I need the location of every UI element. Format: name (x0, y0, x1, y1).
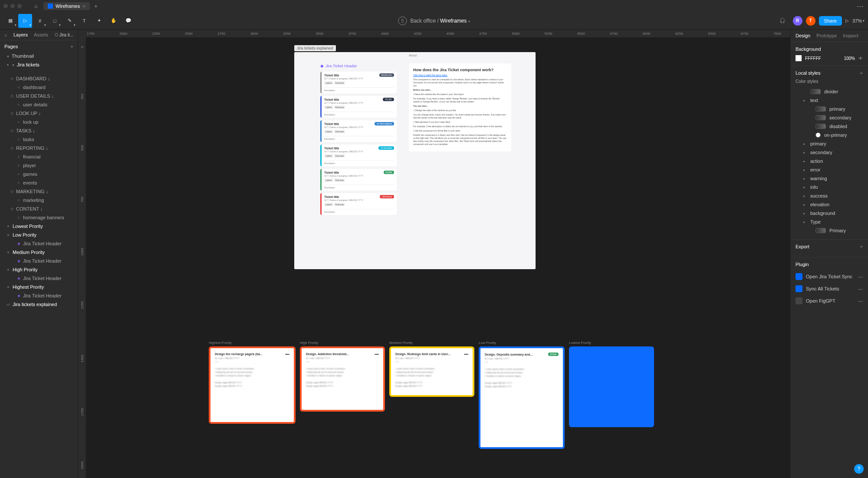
layer-item[interactable]: ◇REPORTING ↓ (0, 144, 78, 152)
add-tab-button[interactable]: + (92, 3, 100, 10)
layer-item[interactable]: ≡High Prority (0, 265, 78, 274)
layer-item[interactable]: ◇DASHBOARD ↓ (0, 74, 78, 83)
ticket-card[interactable]: Ticket titleDONE ID-? | Name of assignee… (320, 169, 397, 191)
hand-tool[interactable]: ✋ (107, 14, 121, 28)
add-page-button[interactable]: + (71, 44, 73, 49)
priority-card[interactable]: Design the recharge page/s (ba... ID • u… (212, 350, 292, 390)
style-item[interactable]: ▸ background (796, 209, 863, 218)
layer-item[interactable]: ≡Lowest Prority (0, 222, 78, 231)
priority-card[interactable]: Design. Redesign limit cards in User... … (393, 350, 471, 390)
priority-label[interactable]: Lowest Prority (569, 341, 654, 345)
layer-item[interactable]: ◇TASKS ↓ (0, 126, 78, 135)
move-tool[interactable]: ▷▾ (18, 14, 32, 28)
page-item[interactable]: ●Thumbnail (4, 52, 73, 60)
layer-item[interactable]: ○financial (0, 152, 78, 161)
priority-label[interactable]: High Prority (300, 341, 385, 345)
layer-item[interactable]: ○look up (0, 118, 78, 126)
style-item[interactable]: primary (796, 105, 863, 113)
visible-icon[interactable]: 👁 (858, 56, 863, 61)
breadcrumb-root[interactable]: Back office (410, 18, 435, 24)
layer-item[interactable]: ◈Jira Ticket Header (0, 257, 78, 265)
close-icon[interactable]: × (82, 3, 85, 9)
layer-item[interactable]: ○tasks (0, 135, 78, 144)
share-button[interactable]: Share (819, 16, 842, 26)
tab-layers[interactable]: Layers (13, 32, 28, 37)
priority-frame[interactable]: Design. Addiction threshold... ID • user… (300, 346, 385, 412)
style-item[interactable]: ▸ secondary (796, 148, 863, 157)
tab-assets[interactable]: Assets (34, 32, 48, 37)
layer-item[interactable]: ≡Highest Prority (0, 283, 78, 291)
layer-item[interactable]: ○homenage banners (0, 213, 78, 222)
ticket-card[interactable]: Ticket titleON HOLD ID-? | Name of assig… (320, 193, 397, 215)
tab-prototype[interactable]: Prototype (816, 33, 837, 38)
home-icon[interactable]: ⌂ (30, 1, 42, 11)
layer-item[interactable]: ◇USER DETAILS ↓ (0, 92, 78, 100)
add-export-icon[interactable]: + (860, 244, 863, 249)
frame-jira-explained[interactable]: Jira tickets explained ◆ Jira Ticket Hea… (294, 52, 536, 269)
ticket-card[interactable]: Ticket titleIN REVIEW ID-? | Name of ass… (320, 145, 397, 166)
priority-label[interactable]: Medium Prority (389, 341, 474, 345)
shape-tool[interactable]: □▾ (48, 14, 62, 28)
layer-item[interactable]: ▭Jira tickets explained (0, 300, 78, 309)
priority-card[interactable]: Design. Deposits summary and...DONE ID •… (482, 350, 561, 391)
layer-item[interactable]: ◇MARKETING ↓ (0, 187, 78, 196)
bg-opacity[interactable]: 100% (844, 56, 855, 61)
layer-item[interactable]: ○games (0, 170, 78, 178)
priority-frame[interactable] (569, 346, 654, 427)
layer-item[interactable]: ○events (0, 178, 78, 187)
comment-tool[interactable]: 💬 (122, 14, 135, 28)
frame-tool[interactable]: #▾ (33, 14, 47, 28)
frame-label[interactable]: Jira tickets explained (294, 45, 336, 51)
about-link[interactable]: Click here to watch the demo video. (413, 74, 507, 76)
layer-item[interactable]: ◈Jira Ticket Header (0, 239, 78, 248)
menu-tool[interactable]: ▦▾ (3, 14, 17, 28)
priority-label[interactable]: Highest Prority (209, 341, 296, 345)
breadcrumb-file[interactable]: Wireframes (440, 18, 467, 24)
layer-item[interactable]: ≡Medium Prority (0, 248, 78, 257)
style-item[interactable]: divider (796, 87, 863, 96)
ticket-card[interactable]: Ticket titleTO DO ID-? | Name of assigne… (320, 96, 397, 118)
ticket-card[interactable]: Ticket titleIN PROGRESS ID-? | Name of a… (320, 120, 397, 142)
style-item[interactable]: ▸ elevation (796, 200, 863, 209)
layer-item[interactable]: ◈Jira Ticket Header (0, 274, 78, 283)
layer-item[interactable]: ◇LOOK UP ↓ (0, 109, 78, 118)
page-item[interactable]: ●Jira tickets (4, 60, 73, 69)
tab-inspect[interactable]: Inspect (843, 33, 858, 38)
user-avatar-r[interactable]: R (793, 16, 802, 26)
plugin-item[interactable]: Open Jira Ticket Sync— (796, 270, 863, 283)
priority-card[interactable]: Design. Addiction threshold... ID • user… (303, 350, 381, 390)
search-icon[interactable]: ⌕ (4, 32, 7, 37)
text-tool[interactable]: T (77, 14, 91, 28)
headphones-icon[interactable]: 🎧 (776, 14, 789, 28)
style-item[interactable]: ▸ warning (796, 174, 863, 183)
layer-item[interactable]: ◇CONTENT ↓ (0, 204, 78, 213)
page-chip[interactable]: Jira ti... (55, 33, 73, 37)
style-item[interactable]: Primary (796, 226, 863, 235)
style-item[interactable]: ▸ text (796, 96, 863, 105)
layer-item[interactable]: ◈Jira Ticket Header (0, 291, 78, 300)
style-item[interactable]: disabled (796, 122, 863, 131)
plugin-item[interactable]: Open FigGPT— (796, 295, 863, 307)
style-item[interactable]: ▸ primary (796, 139, 863, 148)
resources-tool[interactable]: ✦ (92, 14, 106, 28)
priority-label[interactable]: Low Prority (479, 341, 565, 345)
style-item[interactable]: ▸ action (796, 157, 863, 165)
bg-hex[interactable]: FFFFFF (805, 56, 821, 61)
style-item[interactable]: on-primary (796, 131, 863, 139)
priority-frame[interactable]: Design the recharge page/s (ba... ID • u… (209, 346, 296, 424)
layer-item[interactable]: ○player (0, 161, 78, 170)
team-icon[interactable] (398, 16, 407, 25)
file-tab[interactable]: Wireframes × (43, 2, 90, 10)
overflow-menu-icon[interactable]: ⋯ (857, 2, 865, 10)
style-item[interactable]: ▸ success (796, 191, 863, 200)
user-avatar-t[interactable]: T (806, 16, 815, 26)
style-item[interactable]: ▸ Type (796, 218, 863, 226)
present-icon[interactable]: ▷ (845, 18, 849, 23)
bg-swatch[interactable] (796, 55, 802, 61)
style-item[interactable]: secondary (796, 113, 863, 122)
plugin-item[interactable]: Sync All Tickets— (796, 283, 863, 295)
layer-item[interactable]: ○marketing (0, 196, 78, 204)
layer-item[interactable]: ○user details (0, 100, 78, 109)
pen-tool[interactable]: ✎▾ (62, 14, 76, 28)
priority-frame[interactable]: Design. Redesign limit cards in User... … (389, 346, 474, 397)
